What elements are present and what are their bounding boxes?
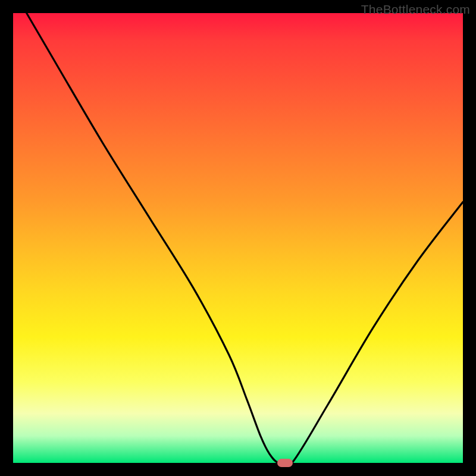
chart-frame: TheBottleneck.com bbox=[0, 0, 476, 476]
bottleneck-curve bbox=[13, 13, 463, 463]
optimal-marker bbox=[277, 459, 293, 467]
plot-area bbox=[13, 13, 463, 463]
watermark-text: TheBottleneck.com bbox=[361, 2, 470, 17]
